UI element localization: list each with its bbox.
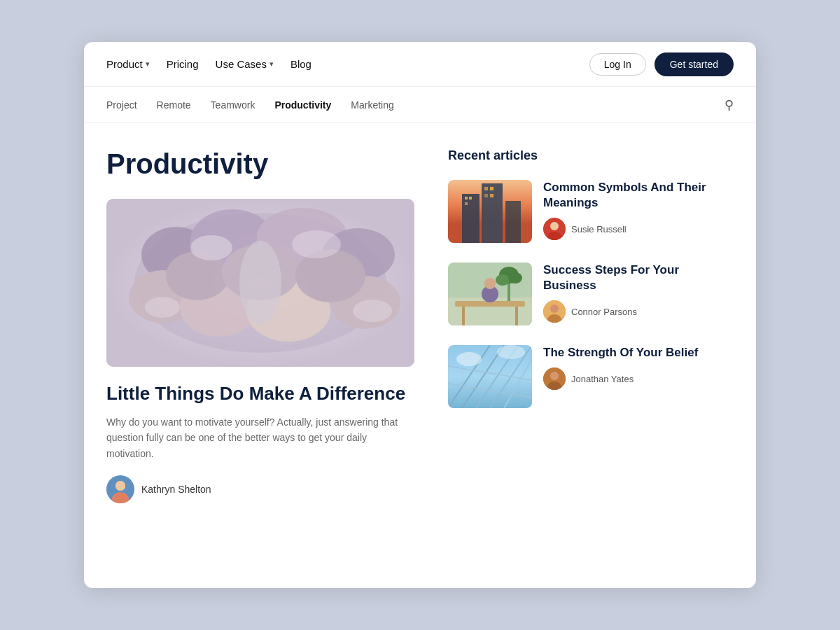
category-bar: Project Remote Teamwork Productivity Mar… bbox=[84, 87, 756, 123]
thumb-glass-svg bbox=[448, 345, 532, 408]
avatar-image bbox=[106, 475, 134, 503]
article-title-1: Common Symbols And Their Meanings bbox=[543, 180, 734, 211]
article-author-row-2: Connor Parsons bbox=[543, 300, 734, 323]
cat-marketing[interactable]: Marketing bbox=[351, 99, 393, 111]
chevron-down-icon: ▾ bbox=[270, 59, 274, 69]
svg-point-22 bbox=[115, 481, 125, 491]
article-content-2: Success Steps For Your Business Connor P… bbox=[543, 262, 734, 323]
svg-point-35 bbox=[550, 222, 559, 230]
article-content-3: The Strength Of Your Belief Jonathan Yat… bbox=[543, 345, 734, 390]
svg-point-43 bbox=[484, 278, 496, 289]
svg-rect-40 bbox=[462, 307, 465, 326]
article-author-name-2: Connor Parsons bbox=[571, 307, 637, 317]
thumb-office-svg bbox=[448, 262, 532, 326]
thumb-city-svg bbox=[448, 180, 532, 243]
svg-point-60 bbox=[456, 352, 482, 366]
svg-rect-26 bbox=[505, 201, 521, 243]
left-column: Productivity bbox=[106, 148, 414, 503]
avatar-jonathan bbox=[543, 368, 566, 390]
cat-remote[interactable]: Remote bbox=[157, 99, 191, 111]
svg-rect-33 bbox=[490, 194, 493, 197]
svg-rect-25 bbox=[482, 183, 503, 243]
article-card-2[interactable]: Success Steps For Your Business Connor P… bbox=[448, 262, 734, 326]
avatar-susie bbox=[543, 218, 566, 240]
article-avatar-2 bbox=[543, 300, 566, 323]
main-window: Product ▾ Pricing Use Cases ▾ Blog Log I… bbox=[84, 42, 756, 588]
right-column: Recent articles bbox=[448, 148, 734, 503]
cat-teamwork[interactable]: Teamwork bbox=[211, 99, 255, 111]
top-nav: Product ▾ Pricing Use Cases ▾ Blog Log I… bbox=[84, 42, 756, 87]
article-author-row-1: Susie Russell bbox=[543, 218, 734, 240]
featured-article-excerpt: Why do you want to motivate yourself? Ac… bbox=[106, 414, 414, 461]
article-thumb-2 bbox=[448, 262, 532, 326]
nav-right: Log In Get started bbox=[589, 52, 734, 76]
nav-blog[interactable]: Blog bbox=[290, 58, 312, 70]
featured-author-name: Kathryn Shelton bbox=[141, 484, 211, 495]
main-content: Productivity bbox=[84, 123, 756, 531]
article-title-2: Success Steps For Your Business bbox=[543, 262, 734, 293]
svg-point-61 bbox=[497, 345, 525, 359]
avatar-connor bbox=[543, 300, 566, 323]
svg-point-46 bbox=[496, 274, 510, 286]
svg-rect-24 bbox=[462, 194, 479, 243]
article-author-name-3: Jonathan Yates bbox=[571, 374, 634, 384]
svg-rect-18 bbox=[106, 199, 414, 367]
cat-project[interactable]: Project bbox=[106, 99, 137, 111]
article-card-3[interactable]: The Strength Of Your Belief Jonathan Yat… bbox=[448, 345, 734, 408]
svg-point-47 bbox=[508, 272, 522, 284]
article-author-name-1: Susie Russell bbox=[571, 224, 626, 234]
search-icon[interactable]: ⚲ bbox=[724, 97, 734, 113]
article-content-1: Common Symbols And Their Meanings Susie … bbox=[543, 180, 734, 240]
article-author-row-3: Jonathan Yates bbox=[543, 368, 734, 390]
category-items: Project Remote Teamwork Productivity Mar… bbox=[106, 99, 394, 111]
svg-rect-28 bbox=[469, 197, 472, 200]
article-avatar-1 bbox=[543, 218, 566, 240]
svg-rect-30 bbox=[484, 187, 488, 190]
cat-productivity[interactable]: Productivity bbox=[274, 99, 331, 111]
nav-left: Product ▾ Pricing Use Cases ▾ Blog bbox=[106, 58, 312, 70]
svg-rect-41 bbox=[515, 307, 518, 326]
featured-image bbox=[106, 199, 414, 367]
featured-author-row: Kathryn Shelton bbox=[106, 475, 414, 503]
login-button[interactable]: Log In bbox=[589, 53, 646, 76]
svg-point-49 bbox=[550, 304, 559, 313]
article-thumb-3 bbox=[448, 345, 532, 408]
chevron-down-icon: ▾ bbox=[146, 59, 150, 69]
svg-point-63 bbox=[550, 372, 559, 380]
article-thumb-1 bbox=[448, 180, 532, 243]
svg-rect-32 bbox=[484, 194, 488, 197]
get-started-button[interactable]: Get started bbox=[654, 52, 734, 76]
svg-rect-27 bbox=[465, 197, 468, 200]
article-title-3: The Strength Of Your Belief bbox=[543, 345, 734, 360]
featured-article-title: Little Things Do Make A Difference bbox=[106, 382, 414, 406]
feature-image-svg bbox=[106, 199, 414, 367]
svg-rect-29 bbox=[465, 202, 468, 205]
page-title: Productivity bbox=[106, 148, 414, 179]
article-card-1[interactable]: Common Symbols And Their Meanings Susie … bbox=[448, 180, 734, 243]
article-avatar-3 bbox=[543, 368, 566, 390]
nav-use-cases[interactable]: Use Cases ▾ bbox=[216, 58, 274, 70]
nav-product[interactable]: Product ▾ bbox=[106, 58, 150, 70]
svg-rect-31 bbox=[490, 187, 493, 190]
featured-author-avatar bbox=[106, 475, 134, 503]
recent-articles-title: Recent articles bbox=[448, 148, 734, 163]
nav-pricing[interactable]: Pricing bbox=[167, 58, 199, 70]
